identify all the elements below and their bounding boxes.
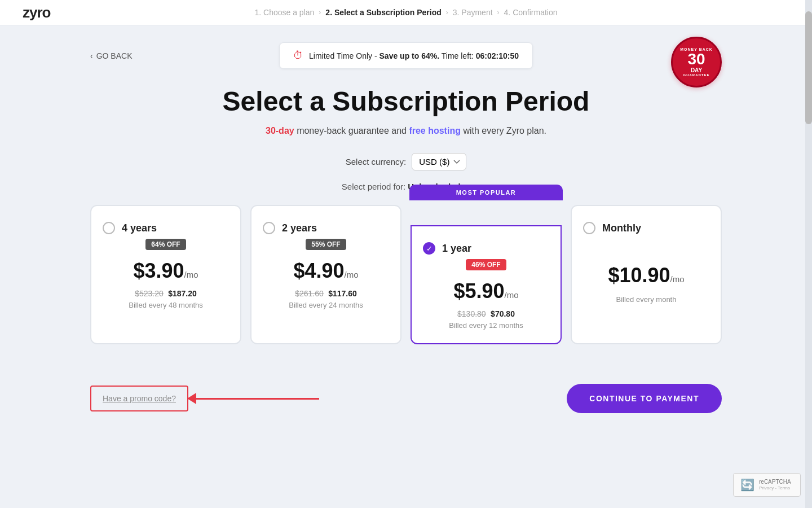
billing-monthly: Billed every month — [583, 295, 709, 304]
currency-row: Select currency: USD ($) EUR (€) GBP (£) — [90, 153, 722, 170]
chevron-left-icon: ‹ — [90, 51, 93, 60]
badge-number: 30 — [687, 51, 705, 67]
radio-4years[interactable] — [103, 222, 115, 234]
clock-icon: ⏱ — [293, 50, 303, 62]
red-arrow — [187, 393, 319, 404]
currency-select[interactable]: USD ($) EUR (€) GBP (£) — [412, 153, 466, 170]
discount-badge-2years: 55% OFF — [306, 239, 346, 250]
radio-1year[interactable]: ✓ — [423, 242, 435, 255]
billing-1year: $130.80 $70.80 Billed every 12 months — [423, 309, 549, 330]
main-content: ‹ GO BACK ⏱ Limited Time Only - Save up … — [68, 25, 744, 441]
timer-text: Limited Time Only - Save up to 64%. Time… — [309, 51, 519, 60]
promo-arrow-container: Have a promo code? — [90, 386, 319, 411]
continue-to-payment-button[interactable]: CONTINUE TO PAYMENT — [567, 384, 722, 413]
discount-badge-4years: 64% OFF — [145, 239, 186, 250]
money-back-badge: MONEY BACK 30 DAY GUARANTEE — [671, 37, 722, 87]
promo-code-link[interactable]: Have a promo code? — [103, 394, 176, 403]
arrow-shaft — [195, 398, 319, 400]
subtitle-red: 30-day — [266, 126, 294, 135]
billing-4years: $523.20 $187.20 Billed every 48 months — [103, 288, 229, 309]
period-4years: 4 years — [122, 222, 157, 234]
price-2years: $4.90/mo — [263, 259, 389, 283]
recaptcha-text: reCAPTCHA Privacy - Terms — [759, 478, 791, 491]
scrollbar-thumb[interactable] — [805, 11, 812, 124]
plans-grid: 4 years 64% OFF $3.90/mo $523.20 $187.20… — [90, 205, 722, 344]
currency-label: Select currency: — [346, 157, 407, 167]
period-1year: 1 year — [442, 243, 471, 255]
plan-for-label: Select period for: Unleashed plan — [90, 182, 722, 191]
badge-day: DAY — [691, 67, 702, 73]
plan-card-monthly[interactable]: Monthly $10.90/mo Billed every month — [571, 205, 722, 344]
top-bar: ‹ GO BACK ⏱ Limited Time Only - Save up … — [90, 42, 722, 69]
radio-2years[interactable] — [263, 222, 275, 234]
scrollbar[interactable] — [805, 0, 812, 508]
price-1year: $5.90/mo — [423, 279, 549, 303]
step1: 1. Choose a plan — [254, 8, 314, 17]
chevron-icon-3: › — [497, 8, 500, 16]
subtitle-blue: free hosting — [409, 126, 461, 135]
step2: 2. Select a Subscription Period — [325, 8, 441, 17]
header: zyro 1. Choose a plan › 2. Select a Subs… — [0, 0, 812, 25]
chevron-icon-2: › — [446, 8, 448, 16]
plan-card-4years[interactable]: 4 years 64% OFF $3.90/mo $523.20 $187.20… — [90, 205, 241, 344]
radio-monthly[interactable] — [583, 222, 595, 234]
price-monthly: $10.90/mo — [583, 264, 709, 287]
popular-wrapper: MOST POPULAR ✓ 1 year 46% OFF $5.90/mo $… — [411, 205, 562, 344]
promo-section: Have a promo code? — [90, 386, 319, 411]
period-monthly: Monthly — [602, 222, 641, 234]
logo: zyro — [23, 4, 50, 21]
timer-banner: ⏱ Limited Time Only - Save up to 64%. Ti… — [279, 42, 533, 69]
recaptcha-widget: 🔄 reCAPTCHA Privacy - Terms — [733, 473, 801, 497]
period-2years: 2 years — [282, 222, 317, 234]
plan-card-2years[interactable]: 2 years 55% OFF $4.90/mo $261.60 $117.60… — [250, 205, 401, 344]
recaptcha-icon: 🔄 — [740, 478, 754, 492]
go-back-button[interactable]: ‹ GO BACK — [90, 51, 132, 60]
discount-badge-1year: 46% OFF — [466, 259, 506, 270]
page-title-section: Select a Subscription Period 30-day mone… — [90, 86, 722, 136]
promo-code-box[interactable]: Have a promo code? — [90, 386, 188, 411]
go-back-label: GO BACK — [96, 51, 133, 60]
step3: 3. Payment — [453, 8, 493, 17]
page-title: Select a Subscription Period — [90, 86, 722, 117]
most-popular-badge: MOST POPULAR — [409, 185, 563, 200]
chevron-icon-1: › — [319, 8, 321, 16]
plan-card-1year[interactable]: ✓ 1 year 46% OFF $5.90/mo $130.80 $70.80… — [411, 225, 562, 344]
subtitle: 30-day money-back guarantee and free hos… — [90, 126, 722, 136]
step4: 4. Confirmation — [504, 8, 558, 17]
billing-2years: $261.60 $117.60 Billed every 24 months — [263, 288, 389, 309]
price-4years: $3.90/mo — [103, 259, 229, 283]
breadcrumb: 1. Choose a plan › 2. Select a Subscript… — [254, 8, 557, 17]
bottom-bar: Have a promo code? CONTINUE TO PAYMENT — [90, 373, 722, 424]
badge-guarantee: GUARANTEE — [683, 73, 709, 77]
